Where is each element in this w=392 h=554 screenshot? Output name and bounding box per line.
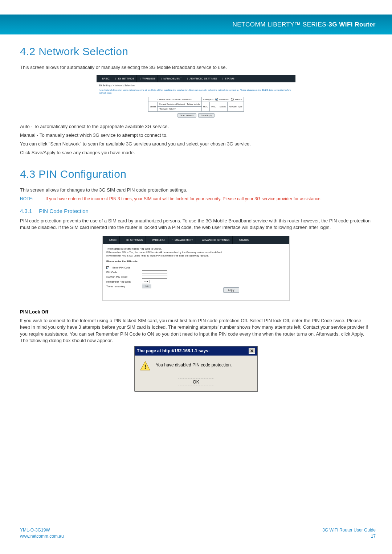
tab-management[interactable]: MANAGEMENT <box>158 75 184 82</box>
dialog-title: The page at http://192.168.1.1 says: <box>137 348 210 354</box>
intro-4-3: This screen allows for changes to the 3G… <box>20 187 372 193</box>
network-return: <Network Return> <box>158 107 201 111</box>
remaining-label: Times remaining : <box>106 285 140 288</box>
heading-index: 4.3.1 <box>20 207 37 215</box>
svg-text:!: ! <box>144 363 146 370</box>
pin-lock-off-title: PIN Lock Off <box>20 309 372 315</box>
col-status: Status <box>218 102 227 111</box>
note-text: If you have entered the incorrect PIN 3 … <box>45 196 322 201</box>
mode-label: Current Selection Mode : Automatic <box>148 97 201 102</box>
pin-apply-button[interactable]: Apply <box>223 287 239 293</box>
auto-label: Automatic <box>219 98 229 100</box>
footer-page: 17 <box>322 533 376 539</box>
tab-wireless[interactable]: WIRELESS <box>146 236 168 244</box>
heading-4-3-1: 4.3.1 PIN Code Protection <box>20 207 372 215</box>
col-network: Current Registered Network : Telstra Mob… <box>158 102 201 107</box>
tab-wireless[interactable]: WIRELESS <box>137 75 158 82</box>
page-banner: NETCOMM LIBERTY™ SERIES - 3G WiFi Router <box>0 15 392 34</box>
pin-lock-off-body: If you wish to connect to the Internet u… <box>20 317 372 344</box>
router-nav-1: BASIC 3G SETTINGS WIRELESS MANAGEMENT AD… <box>97 75 295 82</box>
radio-manual[interactable] <box>231 98 234 101</box>
network-note: Note: Network Selection scans networks o… <box>99 89 293 95</box>
pin-code-label: PIN Code: <box>106 271 140 274</box>
enter-pin-label: Enter PIN Code <box>113 266 130 269</box>
router-nav-2: BASIC 3G SETTINGS WIRELESS MANAGEMENT AD… <box>103 236 289 244</box>
p-scan: You can click "Scan Network" to scan for… <box>20 141 372 147</box>
tab-3g-settings[interactable]: 3G SETTINGS <box>112 75 137 82</box>
p-save: Click Save/Apply to save any changes you… <box>20 149 372 156</box>
col-type: Network Type <box>227 102 244 111</box>
remember-pin-select[interactable]: No ▾ <box>142 280 150 283</box>
col-select: Select <box>148 102 158 111</box>
heading-4-2: 4.2 Network Selection <box>20 44 372 59</box>
tab-management[interactable]: MANAGEMENT <box>168 236 196 244</box>
network-table: Current Selection Mode : Automatic Chang… <box>148 97 244 112</box>
change-to-label: Change to : <box>203 98 215 100</box>
dialog-message: You have disabled PIN code protection. <box>156 361 232 368</box>
footer-code: YML-O-3G19W <box>20 527 64 533</box>
page-footer: YML-O-3G19W www.netcomm.com.au 3G WiFi R… <box>20 526 376 539</box>
save-apply-button[interactable]: Save/Apply <box>198 113 214 118</box>
heading-4-3: 4.3 PIN Configuration <box>20 167 372 182</box>
tab-advanced[interactable]: ADVANCED SETTINGS <box>184 75 219 82</box>
screenshot-pin-config: BASIC 3G SETTINGS WIRELESS MANAGEMENT AD… <box>102 236 290 301</box>
banner-left: NETCOMM LIBERTY™ SERIES <box>233 20 327 29</box>
pin-l2: If Remember PIN is Yes, the correct PIN … <box>106 251 286 254</box>
enter-pin-checkbox[interactable] <box>106 266 109 269</box>
tab-status[interactable]: STATUS <box>219 75 295 82</box>
p-manual: Manual - To manually select which 3G ser… <box>20 132 372 139</box>
footer-url: www.netcomm.com.au <box>20 533 64 539</box>
tab-advanced[interactable]: ADVANCED SETTINGS <box>196 236 233 244</box>
p-auto: Auto - To automatically connect to the a… <box>20 123 372 130</box>
pin-l3: If Remember PIN is No, users need to inp… <box>106 254 286 257</box>
col-mcc: MCC <box>201 102 210 111</box>
tab-basic[interactable]: BASIC <box>97 75 112 82</box>
intro-4-2: This screen allows for automatically or … <box>20 64 372 71</box>
heading-text: PIN Code Protection <box>39 208 89 214</box>
remaining-value: N/A <box>142 284 151 288</box>
tab-status[interactable]: STATUS <box>233 236 289 244</box>
confirm-pin-input[interactable] <box>142 275 167 279</box>
warning-icon: ! <box>140 361 151 372</box>
scan-network-button[interactable]: Scan Network <box>177 113 196 118</box>
breadcrumb: 3G Settings > Network Selection <box>99 84 293 87</box>
confirm-pin-label: Confirm PIN Code: <box>106 275 140 279</box>
pcp-body: PIN code protection prevents the use of … <box>20 218 372 231</box>
manual-label: Manual <box>235 98 242 100</box>
remember-pin-label: Remember PIN code: <box>106 280 140 283</box>
close-icon[interactable]: ✕ <box>249 348 255 354</box>
screenshot-network-selection: BASIC 3G SETTINGS WIRELESS MANAGEMENT AD… <box>97 75 295 120</box>
radio-automatic[interactable] <box>215 98 218 101</box>
pin-l1: The inserted SIM card needs PIN code to … <box>106 247 286 250</box>
pin-code-input[interactable] <box>142 270 167 274</box>
dialog-ok-button[interactable]: OK <box>178 378 214 386</box>
col-mnc: MNC <box>210 102 218 111</box>
js-alert-dialog: The page at http://192.168.1.1 says: ✕ !… <box>134 346 258 391</box>
tab-basic[interactable]: BASIC <box>103 236 120 244</box>
pin-l4: Please enter the PIN code. <box>106 260 286 263</box>
tab-3g-settings[interactable]: 3G SETTINGS <box>120 236 146 244</box>
footer-guide: 3G WiFi Router User Guide <box>322 527 376 533</box>
banner-right: 3G WiFi Router <box>328 20 376 29</box>
note-label: NOTE: <box>20 196 33 201</box>
